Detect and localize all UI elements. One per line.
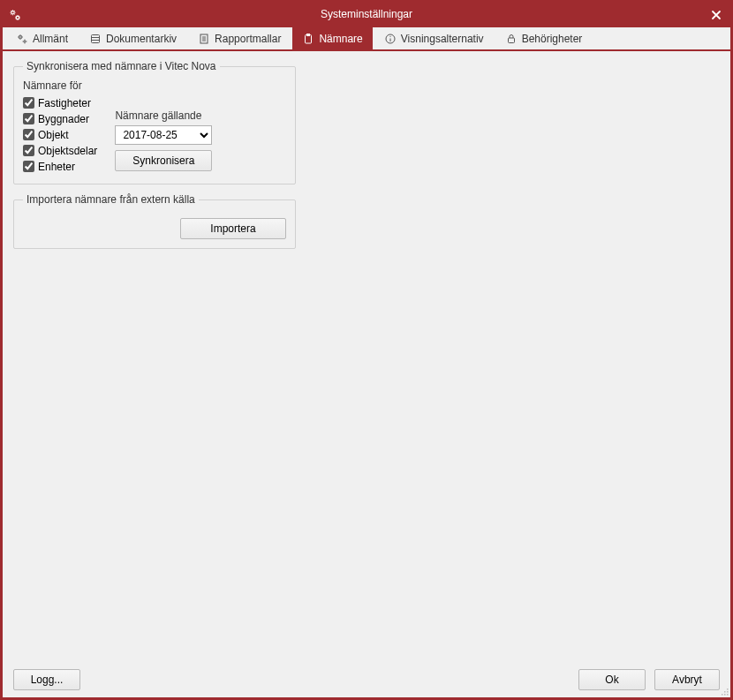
close-button[interactable]	[707, 6, 725, 24]
checkbox-objektsdelar[interactable]: Objektsdelar	[23, 143, 97, 158]
import-legend: Importera nämnare från extern källa	[23, 193, 199, 206]
settings-gears-icon	[8, 8, 22, 22]
svg-rect-12	[307, 34, 310, 36]
sync-legend: Synkronisera med nämnare i Vitec Nova	[23, 60, 220, 72]
checkbox-label: Byggnader	[38, 113, 89, 125]
svg-point-2	[19, 36, 22, 39]
tab-allmant[interactable]: Allmänt	[6, 27, 78, 49]
checkbox-fastigheter[interactable]: Fastigheter	[23, 95, 97, 110]
svg-rect-4	[92, 35, 100, 43]
svg-point-0	[11, 11, 14, 14]
tab-label: Allmänt	[33, 33, 68, 45]
resize-grip-icon[interactable]	[719, 686, 729, 696]
tab-dokumentarkiv[interactable]: Dokumentarkiv	[79, 27, 186, 49]
tab-visningsalternativ[interactable]: Visningsalternativ	[374, 27, 494, 49]
checkbox-label: Enheter	[38, 161, 75, 173]
report-icon	[198, 33, 210, 45]
tab-rapportmallar[interactable]: Rapportmallar	[188, 27, 291, 49]
svg-rect-17	[727, 689, 729, 690]
ok-button[interactable]: Ok	[578, 669, 646, 690]
tab-strip: Allmänt Dokumentarkiv Rapportmallar Nämn…	[3, 27, 730, 51]
tab-behorigheter[interactable]: Behörigheter	[495, 27, 593, 49]
svg-rect-21	[724, 694, 726, 696]
date-label: Nämnare gällande	[115, 109, 286, 122]
import-group: Importera nämnare från extern källa Impo…	[13, 193, 296, 249]
checkbox-input[interactable]	[23, 129, 34, 140]
checkbox-input[interactable]	[23, 161, 34, 172]
svg-rect-16	[508, 38, 514, 43]
archive-icon	[89, 33, 102, 45]
content-area: Synkronisera med nämnare i Vitec Nova Nä…	[3, 51, 730, 697]
namnare-for-label: Nämnare för	[23, 79, 97, 92]
logg-button[interactable]: Logg...	[13, 669, 80, 690]
checkbox-label: Fastigheter	[38, 97, 91, 109]
lock-icon	[505, 33, 518, 45]
svg-rect-20	[722, 694, 723, 696]
svg-rect-19	[727, 691, 729, 693]
import-button[interactable]: Importera	[180, 218, 286, 239]
title-bar: Systeminställningar	[3, 3, 730, 27]
checkbox-objekt[interactable]: Objekt	[23, 127, 97, 142]
checkbox-label: Objekt	[38, 129, 69, 141]
gears-icon	[16, 33, 28, 45]
svg-rect-22	[727, 694, 729, 696]
checkbox-enheter[interactable]: Enheter	[23, 159, 97, 174]
tab-label: Nämnare	[319, 33, 362, 45]
tab-label: Behörigheter	[522, 33, 583, 45]
sync-group: Synkronisera med nämnare i Vitec Nova Nä…	[13, 60, 296, 184]
checkbox-input[interactable]	[23, 113, 34, 124]
checkbox-label: Objektsdelar	[38, 145, 97, 157]
footer-bar: Logg... Ok Avbryt	[13, 669, 720, 690]
info-icon	[384, 33, 397, 45]
tab-label: Visningsalternativ	[401, 33, 484, 45]
date-select[interactable]: 2017-08-25	[115, 125, 212, 145]
checkbox-input[interactable]	[23, 97, 34, 109]
sync-button[interactable]: Synkronisera	[115, 150, 212, 171]
svg-point-1	[16, 16, 19, 19]
checkbox-byggnader[interactable]: Byggnader	[23, 111, 97, 126]
checkbox-input[interactable]	[23, 145, 34, 156]
tab-label: Dokumentarkiv	[106, 33, 177, 45]
cancel-button[interactable]: Avbryt	[654, 669, 720, 690]
svg-point-3	[24, 41, 26, 42]
clipboard-icon	[302, 33, 314, 45]
svg-rect-18	[724, 691, 726, 693]
tab-namnare[interactable]: Nämnare	[292, 27, 372, 49]
tab-label: Rapportmallar	[215, 33, 281, 45]
close-icon	[711, 10, 722, 20]
svg-point-15	[389, 36, 390, 37]
window-title: Systeminställningar	[3, 8, 730, 20]
